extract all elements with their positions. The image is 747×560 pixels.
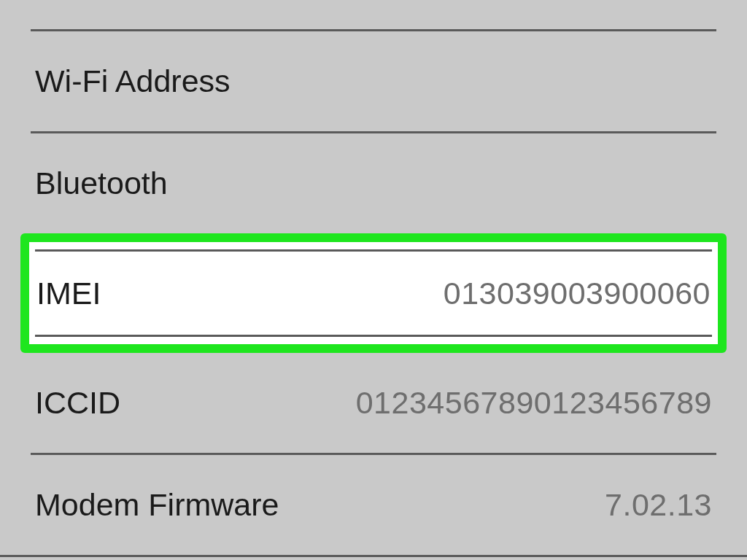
modem-firmware-value: 7.02.13 [605, 487, 712, 523]
highlight-box: IMEI 013039003900060 [20, 233, 727, 353]
row-imei[interactable]: IMEI 013039003900060 [29, 242, 718, 344]
wifi-address-label: Wi-Fi Address [35, 63, 231, 99]
row-iccid[interactable]: ICCID 01234567890123456789 [0, 353, 747, 453]
settings-list: Wi-Fi Address Bluetooth IMEI 01303900390… [0, 29, 747, 557]
modem-firmware-label: Modem Firmware [35, 487, 279, 523]
divider [35, 335, 712, 337]
row-wifi-address[interactable]: Wi-Fi Address [0, 31, 747, 131]
bluetooth-label: Bluetooth [35, 166, 168, 201]
iccid-label: ICCID [35, 385, 120, 421]
imei-highlight: IMEI 013039003900060 [20, 233, 727, 353]
iccid-value: 01234567890123456789 [356, 385, 712, 421]
imei-value: 013039003900060 [444, 276, 711, 311]
row-bluetooth[interactable]: Bluetooth [0, 133, 747, 233]
divider [0, 555, 747, 557]
divider [35, 249, 712, 252]
row-modem-firmware[interactable]: Modem Firmware 7.02.13 [0, 455, 747, 555]
imei-label: IMEI [36, 276, 101, 311]
